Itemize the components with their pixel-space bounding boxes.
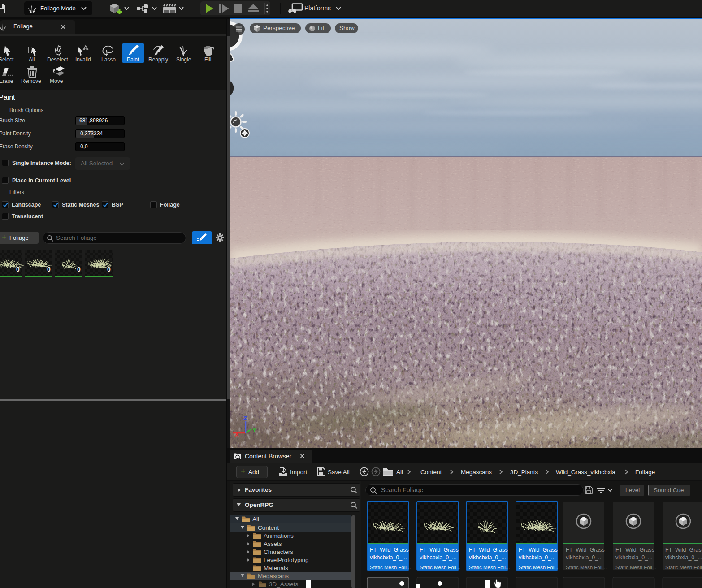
svg-text:Static Mesh Foli...: Static Mesh Foli... [615, 565, 656, 570]
svg-text:Static Mesh Foli...: Static Mesh Foli... [469, 565, 510, 570]
svg-text:Z: Z [243, 415, 247, 422]
svg-text:0: 0 [77, 266, 81, 273]
svg-text:FT_Wild_Grass_: FT_Wild_Grass_ [665, 547, 702, 553]
svg-text:Static Mesh Foli...: Static Mesh Foli... [420, 565, 460, 570]
svg-text:0: 0 [16, 266, 20, 273]
svg-text:vlkhcbxia_0_...: vlkhcbxia_0_... [519, 554, 556, 561]
svg-text:FT_Wild_Grass_: FT_Wild_Grass_ [566, 547, 608, 553]
svg-text:FT_Wild_Grass_: FT_Wild_Grass_ [370, 547, 412, 553]
svg-text:vlkhcbxia_0_...: vlkhcbxia_0_... [370, 554, 407, 561]
svg-text:FT_Wild_Grass_: FT_Wild_Grass_ [519, 547, 561, 553]
svg-text:Static Mesh Foli...: Static Mesh Foli... [566, 565, 607, 570]
svg-text:0: 0 [107, 266, 111, 273]
svg-text:vlkhcbxia_0_...: vlkhcbxia_0_... [566, 554, 603, 561]
svg-text:FT_Wild_Grass_: FT_Wild_Grass_ [420, 547, 462, 553]
svg-text:Y: Y [252, 427, 256, 433]
svg-text:FT_Wild_Grass_: FT_Wild_Grass_ [469, 547, 511, 553]
svg-text:Static Mesh Foli...: Static Mesh Foli... [665, 565, 702, 570]
svg-text:vlkhcbxia_0_...: vlkhcbxia_0_... [665, 554, 702, 561]
svg-text:Static Mesh Foli...: Static Mesh Foli... [519, 565, 559, 570]
svg-text:vlkhcbxia_0_...: vlkhcbxia_0_... [420, 554, 457, 561]
svg-text:Static Mesh Foli...: Static Mesh Foli... [370, 565, 411, 570]
svg-text:vlkhcbxia_0_...: vlkhcbxia_0_... [469, 554, 506, 561]
svg-text:0: 0 [47, 266, 51, 273]
svg-text:vlkhcbxia_0_...: vlkhcbxia_0_... [615, 554, 653, 561]
svg-text:X: X [235, 431, 239, 438]
svg-text:FT_Wild_Grass_: FT_Wild_Grass_ [615, 547, 658, 553]
